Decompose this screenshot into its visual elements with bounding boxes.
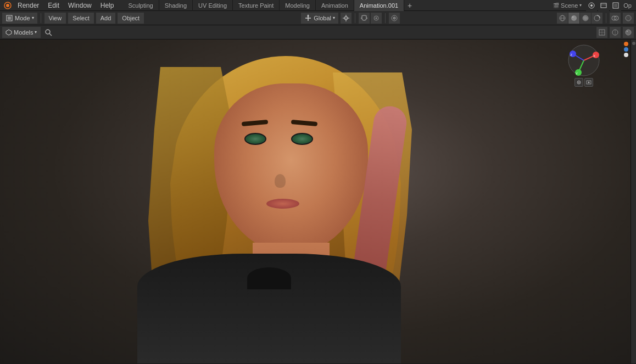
extra-icon-3 [624, 29, 632, 36]
tab-modeling[interactable]: Modeling [280, 0, 316, 11]
rendered-icon [593, 14, 601, 22]
add-workspace-tab-button[interactable]: + [404, 0, 415, 11]
orientation-arrow: ▾ [333, 15, 335, 20]
tab-uv-editing[interactable]: UV Editing [193, 0, 233, 11]
mode-dropdown[interactable]: Mode ▾ [2, 13, 37, 24]
models-dropdown[interactable]: Models ▾ [2, 27, 41, 38]
orientation-label: Global [314, 15, 331, 21]
scene-selector[interactable]: 🎬 Scene ▾ [550, 2, 585, 9]
svg-line-42 [49, 33, 52, 36]
scene-name: Scene [561, 2, 578, 9]
menu-window[interactable]: Window [64, 0, 96, 11]
svg-text:Z: Z [570, 53, 572, 57]
menu-help[interactable]: Help [96, 0, 119, 11]
wireframe-shading-btn[interactable] [557, 13, 568, 24]
extra-icon-2 [611, 29, 619, 36]
white-dot-indicator [624, 53, 628, 57]
view-menu-btn[interactable]: View [44, 13, 66, 24]
search-icon [44, 29, 52, 36]
search-button[interactable] [43, 27, 54, 38]
main-3d-viewport[interactable]: X Y Z [0, 40, 631, 363]
blue-dot-indicator [624, 47, 628, 52]
brow-left [242, 120, 269, 126]
scene-icon: 🎬 [553, 3, 559, 8]
second-toolbar: Models ▾ [0, 25, 636, 40]
solid-icon [570, 14, 578, 22]
top-right-controls: 🎬 Scene ▾ [550, 0, 621, 11]
eye-right [291, 133, 313, 145]
svg-point-1 [6, 4, 9, 7]
object-menu-btn[interactable]: Object [118, 13, 144, 24]
main-content-area: X Y Z [0, 40, 636, 364]
snap-element-btn[interactable] [371, 13, 382, 24]
navigation-gizmo[interactable]: X Y Z [567, 44, 600, 87]
material-icon [582, 14, 589, 22]
blender-logo[interactable] [2, 0, 13, 11]
overlay-btn[interactable] [610, 13, 621, 24]
xray-btn[interactable] [623, 13, 634, 24]
toolbar-extra-3[interactable] [623, 27, 634, 38]
rendered-shading-btn[interactable] [592, 13, 602, 24]
wireframe-icon [559, 14, 566, 22]
character-render [0, 40, 631, 363]
tab-sculpting[interactable]: Sculpting [122, 0, 159, 11]
svg-point-22 [375, 17, 377, 19]
models-icon [5, 29, 12, 36]
zoom-icon [576, 80, 582, 85]
toolbar-extra-1[interactable] [596, 27, 607, 38]
view-layer-icon[interactable] [610, 0, 621, 11]
clothing-neckline [247, 267, 291, 289]
models-arrow: ▾ [35, 30, 37, 35]
pivot-icon [342, 14, 350, 22]
toolbar-extra-2[interactable] [610, 27, 621, 38]
transform-orientation-dropdown[interactable]: Global ▾ [301, 13, 338, 24]
tab-shading[interactable]: Shading [159, 0, 193, 11]
mode-icon [5, 14, 13, 22]
svg-point-3 [590, 4, 593, 7]
workspace-tabs: Sculpting Shading UV Editing Texture Pai… [122, 0, 415, 11]
svg-point-25 [394, 18, 395, 19]
viewport-wrapper[interactable]: X Y Z [0, 40, 636, 364]
menu-edit[interactable]: Edit [43, 0, 64, 11]
sidebar-handle [632, 42, 635, 45]
mouth-mesh [266, 199, 299, 209]
snap-controls [359, 13, 382, 24]
pivot-point-btn[interactable] [341, 13, 352, 24]
solid-shading-btn[interactable] [568, 13, 579, 24]
snap-toggle-btn[interactable] [359, 13, 370, 24]
main-layout: Render Edit Window Help Sculpting Shadin… [0, 0, 636, 364]
orientation-icon [304, 14, 312, 22]
svg-rect-9 [8, 16, 11, 20]
toolbar-separator-2 [355, 13, 355, 23]
proportional-editing-btn[interactable] [389, 13, 400, 24]
zoom-btn[interactable] [574, 78, 583, 87]
nose-mesh [275, 174, 286, 188]
scene-dropdown-arrow: ▾ [579, 3, 582, 8]
gizmo-sphere[interactable]: X Y Z [567, 44, 600, 77]
select-menu-btn[interactable]: Select [68, 13, 94, 24]
tab-animation-001[interactable]: Animation.001 [354, 0, 404, 11]
svg-text:X: X [593, 54, 595, 58]
render-engine-icon[interactable] [586, 0, 597, 11]
svg-text:Y: Y [576, 72, 578, 75]
header-toolbar: Mode ▾ View Select Add Object Global [0, 11, 636, 25]
toolbar-separator-1 [41, 13, 41, 23]
viewport-shading-controls [557, 13, 602, 24]
svg-rect-4 [601, 3, 606, 8]
tab-animation[interactable]: Animation [316, 0, 354, 11]
output-properties-icon[interactable] [598, 0, 609, 11]
gizmo-svg: X Y Z [567, 44, 600, 77]
overlay-icon [611, 14, 619, 22]
svg-point-14 [345, 18, 347, 19]
add-menu-btn[interactable]: Add [96, 13, 116, 24]
camera-btn[interactable] [584, 78, 593, 87]
magnet-icon [360, 14, 368, 22]
svg-marker-12 [307, 14, 309, 16]
svg-point-30 [572, 16, 574, 18]
material-shading-btn[interactable] [580, 13, 591, 24]
models-label: Models [14, 29, 33, 36]
camera-icon [586, 80, 592, 85]
menu-render[interactable]: Render [13, 0, 43, 11]
svg-point-64 [588, 82, 590, 83]
tab-texture-paint[interactable]: Texture Paint [233, 0, 280, 11]
